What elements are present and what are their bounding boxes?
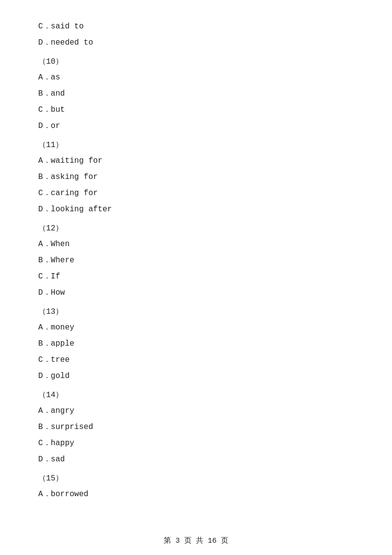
answer-option: A．borrowed <box>38 487 354 502</box>
answer-option: D．needed to <box>38 36 354 50</box>
answer-option: B．surprised <box>38 420 354 434</box>
answer-option: A．as <box>38 71 354 85</box>
question-number: （15） <box>38 472 354 486</box>
question-number: （11） <box>38 138 354 152</box>
answer-option: C．If <box>38 270 354 284</box>
question-number: （10） <box>38 55 354 69</box>
answer-option: C．tree <box>38 353 354 367</box>
question-number: （14） <box>38 388 354 403</box>
answer-option: D．looking after <box>38 202 354 217</box>
answer-option: A．When <box>38 237 354 252</box>
answer-option: A．money <box>38 321 354 335</box>
answer-option: B．apple <box>38 337 354 351</box>
answer-option: B．and <box>38 87 354 101</box>
answer-option: D．How <box>38 286 354 300</box>
page-footer: 第 3 页 共 16 页 <box>0 536 392 545</box>
answer-option: B．Where <box>38 253 354 268</box>
main-content: C．said toD．needed to（10）A．asB．andC．butD．… <box>0 0 392 533</box>
question-number: （13） <box>38 305 354 319</box>
answer-option: B．asking for <box>38 170 354 184</box>
answer-option: D．gold <box>38 369 354 383</box>
answer-option: D．or <box>38 119 354 133</box>
answer-option: A．waiting for <box>38 154 354 168</box>
answer-option: C．happy <box>38 436 354 451</box>
answer-option: C．but <box>38 103 354 117</box>
answer-option: D．sad <box>38 453 354 467</box>
answer-option: C．caring for <box>38 186 354 201</box>
answer-option: C．said to <box>38 20 354 34</box>
question-number: （12） <box>38 222 354 236</box>
answer-option: A．angry <box>38 404 354 418</box>
